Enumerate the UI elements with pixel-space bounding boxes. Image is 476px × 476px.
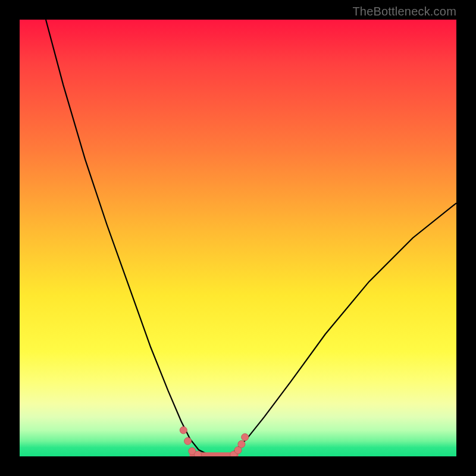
chart-frame: TheBottleneck.com [0,0,476,476]
curve-marker [184,437,192,444]
watermark-text: TheBottleneck.com [352,5,456,18]
curve-marker [242,434,249,441]
curve-marker [238,440,245,447]
curve-layer [20,20,456,456]
curve-marker [195,451,202,456]
bottleneck-curve [46,20,456,456]
curve-markers [180,427,248,456]
plot-area [20,20,456,456]
curve-marker [180,427,187,434]
